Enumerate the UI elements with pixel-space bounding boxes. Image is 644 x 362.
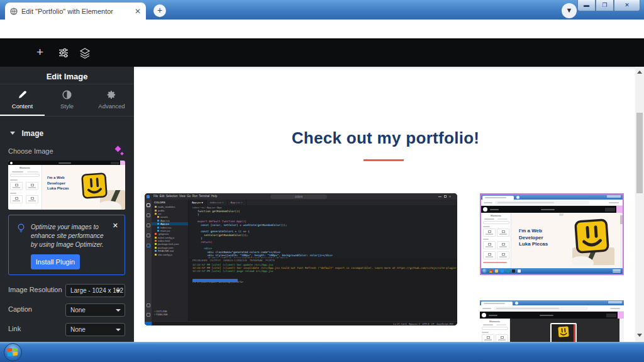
browser-toolbar: motol.dexte.rs/wp-admin/post.php?post=13… — [0, 20, 644, 38]
terminal-selection — [192, 279, 238, 282]
scrollbar-thumb[interactable] — [636, 113, 643, 193]
browser-tab[interactable]: Edit "Portfolio" with Elementor ✕ — [5, 3, 146, 20]
mini-canvas-dark — [510, 319, 624, 342]
globe-icon — [10, 8, 18, 15]
sparkle — [115, 146, 121, 152]
image-thumbnail[interactable]: Elements I'm a Web Developer Luka Plecas — [8, 161, 125, 210]
select-caret-icon — [116, 290, 121, 292]
portfolio-heading[interactable]: Check out my portfolio! — [197, 128, 574, 148]
select-caret-icon — [116, 309, 121, 312]
editor-canvas: Check out my portfolio! File Edit Select… — [134, 67, 635, 342]
vscode-titlebar: File Edit Selection View Go Run Terminal… — [145, 193, 457, 200]
tab-label: Style — [45, 103, 89, 110]
browser-titlebar: Edit "Portfolio" with Elementor ✕ + ▼ ▬ … — [0, 0, 644, 20]
field-label: Link — [8, 325, 21, 332]
image-resolution-select[interactable]: Large - 1024 x 102 — [65, 284, 125, 297]
site-settings-icon[interactable] — [58, 47, 69, 59]
caret-down-icon — [10, 132, 15, 135]
field-image-resolution: Image Resolution Large - 1024 x 102 — [0, 284, 134, 297]
vscode-terminal: PROBLEMS OUTPUT DEBUG CONSOLE TERMINAL P… — [189, 258, 457, 321]
scrollbar-down-icon[interactable] — [637, 334, 642, 337]
vscode-window-controls: × — [438, 195, 455, 198]
link-select[interactable]: None — [65, 323, 125, 336]
vscode-search: colors — [270, 195, 327, 199]
tab-label: Content — [0, 103, 45, 110]
canvas-scrollbar[interactable] — [635, 67, 644, 342]
select-caret-icon — [116, 329, 121, 331]
ai-icon[interactable] — [116, 147, 123, 155]
vscode-editor-tabs: App.jsx ● index.css × App.css × — [189, 200, 457, 205]
windows-taskbar: ∞ ✂ 11:15 AM 4/16/2025 — [0, 342, 644, 362]
maximize-button[interactable]: ❐ — [596, 0, 614, 11]
tab-title: Edit "Portfolio" with Elementor — [21, 8, 131, 15]
mini-taskbar — [481, 268, 623, 274]
minimize-button[interactable]: ▬ — [577, 0, 596, 11]
smiley-icon — [573, 217, 611, 255]
close-button[interactable]: ✕ — [614, 0, 640, 11]
field-label: Image Resolution — [8, 286, 62, 293]
mini-canvas: I'm a Web Developer Luka Plecas — [511, 213, 623, 274]
tab-list-chevron-icon[interactable]: ▼ — [562, 3, 577, 18]
panel-title: Edit Image — [0, 72, 134, 81]
windows-flag-icon — [8, 348, 18, 357]
vscode-screenshot[interactable]: File Edit Selection View Go Run Terminal… — [145, 193, 457, 325]
window-controls: ▬ ❐ ✕ — [577, 0, 640, 11]
vscode-breadcrumb: colors › src › App.jsx › App — [189, 205, 457, 210]
portfolio-screenshot-1[interactable]: Elements I'm a Web Developer Luka Pleca — [480, 193, 624, 275]
screen: Edit "Portfolio" with Elementor ✕ + ▼ ▬ … — [0, 0, 644, 362]
tab-style[interactable]: Style — [45, 84, 89, 116]
start-button[interactable] — [4, 343, 22, 361]
scrollbar-up-icon[interactable] — [637, 71, 642, 74]
portfolio-screenshot-2[interactable]: Elements — [480, 300, 624, 342]
field-label: Caption — [8, 305, 32, 313]
gear-icon — [89, 90, 134, 99]
tab-label: Advanced — [89, 103, 134, 110]
elementor-topbar: + Portfolio ? Publish — [0, 38, 644, 67]
vscode-statusbar: Ln 17, Col 6 Spaces: 2 UTF-8 LF JavaScri… — [145, 321, 457, 325]
sparkle — [120, 152, 124, 156]
choose-image-label: Choose Image — [8, 147, 53, 155]
notice-text: Optimize your images to enhance site per… — [31, 223, 108, 249]
add-element-icon[interactable]: + — [36, 45, 43, 59]
heading-divider[interactable] — [364, 159, 404, 161]
tab-close-icon[interactable]: ✕ — [135, 8, 141, 15]
field-link: Link None — [0, 323, 134, 336]
smiley-icon — [557, 325, 570, 338]
contrast-icon — [45, 90, 89, 99]
vscode-code: function getRandomColor(){ } export defa… — [189, 210, 457, 258]
caption-select[interactable]: None — [65, 303, 125, 317]
elementor-panel: Edit Image Content Style Advanced Image … — [0, 67, 134, 342]
install-plugin-button[interactable]: Install Plugin — [31, 254, 80, 269]
tab-advanced[interactable]: Advanced — [89, 84, 134, 116]
mini-widgets-panel: Elements — [481, 213, 511, 274]
pencil-icon — [0, 90, 45, 99]
bulb-icon — [17, 223, 25, 233]
section-image-header[interactable]: Image — [10, 127, 43, 139]
tab-content[interactable]: Content — [0, 84, 45, 116]
divider — [0, 116, 134, 116]
thumb-canvas: I'm a Web Developer Luka Plecas — [42, 165, 125, 210]
vscode-explorer: COLORS node_modules public src assets Ap… — [152, 200, 189, 321]
notice-close-icon[interactable]: ✕ — [113, 222, 118, 230]
field-caption: Caption None — [0, 303, 134, 317]
vscode-logo — [147, 195, 150, 198]
new-tab-button[interactable]: + — [153, 4, 166, 17]
vscode-menu: File Edit Selection View Go Run Terminal… — [153, 195, 217, 198]
optimizer-notice: Optimize your images to enhance site per… — [8, 215, 125, 275]
structure-icon[interactable] — [79, 47, 91, 59]
thumb-widgets-panel: Elements — [8, 165, 42, 210]
section-title: Image — [21, 129, 43, 138]
thumb-elementor-bar — [8, 161, 125, 165]
smiley-icon — [80, 172, 109, 200]
vscode-activity-bar — [145, 200, 152, 321]
mini-widgets-panel: Elements — [480, 319, 510, 342]
